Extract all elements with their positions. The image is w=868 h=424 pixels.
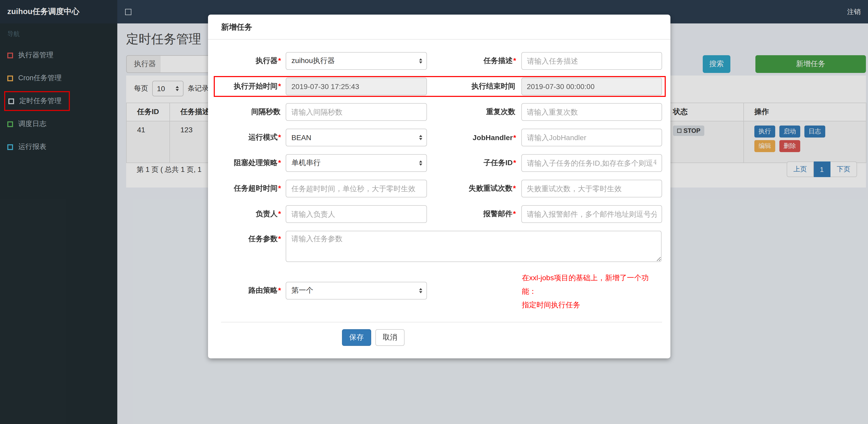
- route-strategy-select[interactable]: 第一个: [286, 282, 427, 299]
- form-row-run-mode: 运行模式* BEAN JobHandler*: [221, 129, 662, 146]
- child-task-id-label: 子任务ID*: [427, 158, 516, 168]
- executor-select[interactable]: zuihou执行器: [286, 52, 427, 70]
- executor-label: 执行器*: [221, 56, 281, 66]
- interval-label: 间隔秒数: [221, 107, 281, 117]
- form-row-timeout: 任务超时时间* 失败重试次数*: [221, 180, 662, 197]
- form-row-block-strategy: 阻塞处理策略* 单机串行 子任务ID*: [221, 154, 662, 172]
- block-strategy-label: 阻塞处理策略*: [221, 158, 281, 168]
- task-desc-input[interactable]: [521, 52, 662, 70]
- form-row-exec-time: 执行开始时间* 执行结束时间: [221, 77, 662, 95]
- form-row-owner: 负责人* 报警邮件*: [221, 205, 662, 223]
- form-row-task-params: 任务参数*: [221, 231, 662, 262]
- task-params-label: 任务参数*: [221, 234, 281, 244]
- select-arrows-icon: [419, 160, 422, 166]
- cancel-button[interactable]: 取消: [375, 329, 405, 346]
- retry-count-label: 失败重试次数*: [427, 184, 516, 193]
- modal-header: 新增任务: [208, 14, 671, 40]
- run-mode-label: 运行模式*: [221, 133, 281, 142]
- run-mode-select[interactable]: BEAN: [286, 129, 427, 146]
- start-time-input[interactable]: [286, 77, 427, 95]
- interval-seconds-input[interactable]: [286, 103, 427, 121]
- modal-footer-divider: [221, 322, 662, 322]
- app-root: zuihou任务调度中心 注销 导航 执行器管理 Cron任务管理 定时任务管理…: [0, 0, 868, 424]
- timeout-input[interactable]: [286, 180, 427, 197]
- save-button[interactable]: 保存: [342, 329, 371, 346]
- modal-body: 执行器* zuihou执行器 任务描述* 执行开始时间* 执行结束时间 间隔秒数: [208, 40, 671, 346]
- note-text: 在xxl-jobs项目的基础上，新增了一个功能： 指定时间执行任务: [522, 271, 662, 312]
- select-arrows-icon: [419, 58, 422, 64]
- add-task-modal: 新增任务 执行器* zuihou执行器 任务描述* 执行开始时间* 执行结束时间: [208, 14, 671, 358]
- timeout-label: 任务超时时间*: [221, 184, 281, 193]
- repeat-count-label: 重复次数: [427, 107, 516, 117]
- jobhandler-input[interactable]: [521, 129, 662, 146]
- child-task-id-input[interactable]: [521, 154, 662, 172]
- select-arrows-icon: [419, 135, 422, 140]
- task-params-textarea[interactable]: [286, 231, 661, 262]
- owner-input[interactable]: [286, 205, 427, 223]
- start-time-label: 执行开始时间*: [221, 82, 281, 91]
- form-row-route-strategy: 路由策略* 第一个 在xxl-jobs项目的基础上，新增了一个功能： 指定时间执…: [221, 270, 662, 312]
- modal-title: 新增任务: [221, 23, 252, 31]
- jobhandler-label: JobHandler*: [427, 133, 516, 142]
- end-time-label: 执行结束时间: [427, 82, 516, 91]
- retry-count-input[interactable]: [521, 180, 662, 197]
- form-row-interval: 间隔秒数 重复次数: [221, 103, 662, 121]
- alarm-email-label: 报警邮件*: [427, 209, 516, 219]
- modal-footer: 保存 取消: [342, 329, 662, 346]
- route-strategy-label: 路由策略*: [221, 286, 281, 295]
- owner-label: 负责人*: [221, 209, 281, 219]
- task-desc-label: 任务描述*: [427, 56, 516, 66]
- repeat-count-input[interactable]: [521, 103, 662, 121]
- select-arrows-icon: [419, 288, 422, 293]
- end-time-input[interactable]: [521, 77, 662, 95]
- alarm-email-input[interactable]: [521, 205, 662, 223]
- form-row-executor: 执行器* zuihou执行器 任务描述*: [221, 52, 662, 70]
- block-strategy-select[interactable]: 单机串行: [286, 154, 427, 172]
